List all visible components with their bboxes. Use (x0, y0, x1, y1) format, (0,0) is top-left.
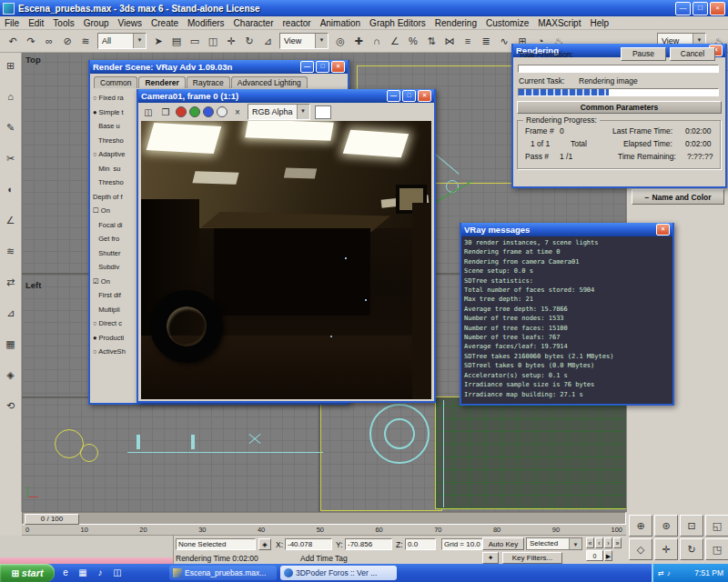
go-to-start-button[interactable]: « (586, 537, 594, 548)
left-tool-icon-1[interactable]: ⊞ (2, 56, 20, 75)
save-bitmap-icon[interactable]: ◫ (141, 105, 156, 119)
quicklaunch-ie-icon[interactable]: e (58, 566, 73, 580)
selection-filter-dropdown[interactable]: All ▼ (97, 33, 147, 49)
zoom-icon[interactable]: ⊕ (629, 515, 652, 537)
name-and-color-rollout[interactable]: − Name and Color (632, 189, 724, 205)
menu-item[interactable]: Animation (316, 18, 365, 28)
settings-tab[interactable]: Raytrace (187, 76, 230, 88)
rectangular-selection-region-icon[interactable]: ▭ (186, 32, 204, 50)
use-pivot-center-icon[interactable]: ◎ (331, 32, 349, 50)
app-titlebar[interactable]: Escena_pruebas.max - 3ds max 6 - Stand-a… (0, 0, 728, 16)
key-filters-button[interactable]: Key Filters... (502, 552, 562, 564)
menu-item[interactable]: Edit (24, 18, 48, 28)
render-window-titlebar[interactable]: Camera01, frame 0 (1:1) — □ × (138, 89, 434, 103)
align-icon[interactable]: ≡ (459, 32, 477, 50)
menu-item[interactable]: Group (79, 18, 114, 28)
select-and-scale-icon[interactable]: ⊿ (258, 32, 277, 50)
snap-toggle-icon[interactable]: ∩ (368, 32, 386, 50)
menu-item[interactable]: Rendering (430, 18, 481, 28)
tray-network-icon[interactable]: ⇄ (658, 569, 664, 577)
mirror-icon[interactable]: ⋈ (440, 32, 459, 50)
quicklaunch-show-desktop-icon[interactable]: ▦ (76, 566, 90, 580)
menu-item[interactable]: MAXScript (533, 18, 585, 28)
time-slider-handle[interactable]: 0 / 100 (25, 514, 79, 525)
current-frame-field[interactable]: 0 (586, 550, 603, 561)
red-channel-icon[interactable] (176, 106, 187, 117)
setting-item[interactable]: Get fro (93, 232, 140, 246)
select-and-link-icon[interactable]: ∞ (40, 32, 58, 50)
cancel-button[interactable]: Cancel (670, 47, 715, 61)
maximize-button[interactable]: □ (316, 61, 329, 73)
min-max-toggle-icon[interactable]: ◳ (705, 538, 728, 560)
reference-coordinate-dropdown[interactable]: View ▼ (279, 33, 329, 49)
left-tool-icon-3[interactable]: ✎ (2, 118, 20, 136)
setting-item[interactable]: Thresho (93, 176, 140, 190)
undo-icon[interactable]: ↶ (4, 32, 22, 50)
window-crossing-icon[interactable]: ◫ (204, 32, 222, 50)
chevron-down-icon[interactable]: ▼ (133, 34, 146, 48)
settings-tab[interactable]: Advanced Lighting (231, 76, 308, 88)
chevron-down-icon[interactable]: ▼ (569, 538, 581, 549)
maxscript-mini-listener[interactable] (0, 536, 174, 564)
start-button[interactable]: ⊞ start (0, 564, 55, 582)
auto-key-button[interactable]: Auto Key (482, 537, 524, 550)
track-bar[interactable]: 0102030405060708090100 (22, 525, 626, 536)
menu-item[interactable]: Character (229, 18, 278, 28)
unlink-selection-icon[interactable]: ⊘ (58, 32, 76, 50)
menu-item[interactable]: Modifiers (183, 18, 229, 28)
channel-display-dropdown[interactable]: RGB Alpha ▼ (248, 104, 310, 120)
select-and-manipulate-icon[interactable]: ✚ (349, 32, 368, 50)
zoom-extents-icon[interactable]: ⊡ (680, 515, 703, 537)
spinner-snap-icon[interactable]: ⇅ (422, 32, 440, 50)
select-and-move-icon[interactable]: ✛ (222, 32, 240, 50)
setting-item[interactable]: ☑ On (93, 275, 140, 289)
key-selection-dropdown[interactable]: Selected ▼ (526, 537, 582, 550)
z-coordinate-field[interactable]: 0.0 (405, 538, 436, 550)
menu-item[interactable]: File (0, 18, 24, 28)
blue-channel-icon[interactable] (203, 106, 214, 117)
minimize-button[interactable]: — (387, 90, 400, 102)
menu-item[interactable]: Customize (481, 18, 533, 28)
selection-lock-toggle[interactable]: ◈ (258, 538, 271, 550)
menu-item[interactable]: Create (147, 18, 183, 28)
left-tool-icon-5[interactable]: ◐ (2, 180, 20, 198)
pan-icon[interactable]: ✛ (654, 538, 678, 560)
left-tool-icon-4[interactable]: ✂ (2, 149, 20, 167)
left-tool-icon-11[interactable]: ◈ (2, 366, 20, 384)
setting-item[interactable]: Shutter (93, 246, 140, 261)
bind-to-spacewarp-icon[interactable]: ≋ (76, 32, 95, 50)
quicklaunch-media-icon[interactable]: ♪ (93, 566, 107, 580)
zoom-all-icon[interactable]: ⊛ (654, 515, 678, 537)
left-tool-icon-2[interactable]: ⌂ (2, 87, 20, 105)
layer-manager-icon[interactable]: ≣ (477, 32, 495, 50)
setting-item[interactable]: Depth of f (93, 190, 140, 205)
taskbar-item-max[interactable]: Escena_pruebas.max... (169, 566, 277, 580)
zoom-extents-all-icon[interactable]: ◱ (705, 515, 728, 537)
set-key-button[interactable]: ✦ (482, 552, 499, 564)
pause-button[interactable]: Pause (621, 47, 666, 61)
menu-item[interactable]: Views (114, 18, 147, 28)
y-coordinate-field[interactable]: -70.856 (345, 538, 392, 550)
add-time-tag[interactable]: Add Time Tag (300, 554, 348, 563)
close-button[interactable]: × (656, 224, 670, 236)
setting-item[interactable]: Min su (93, 162, 140, 176)
tray-volume-icon[interactable]: ♪ (667, 569, 671, 577)
menu-item[interactable]: Graph Editors (365, 18, 430, 28)
close-button[interactable]: × (710, 2, 725, 15)
setting-item[interactable]: ○ ActiveSh (93, 345, 140, 359)
setting-item[interactable]: First dif (93, 288, 140, 303)
clone-window-icon[interactable]: ❐ (158, 105, 173, 119)
go-to-end-button[interactable]: » (613, 537, 622, 548)
settings-tab[interactable]: Renderer (138, 76, 185, 88)
redo-icon[interactable]: ↷ (22, 32, 40, 50)
setting-item[interactable]: ○ Adaptive (93, 147, 140, 162)
curve-editor-icon[interactable]: ∿ (495, 32, 513, 50)
minimize-button[interactable]: — (675, 2, 691, 15)
render-scene-titlebar[interactable]: Render Scene: VRay Adv 1.09.03n — □ × (90, 60, 348, 74)
x-coordinate-field[interactable]: -40.078 (285, 538, 332, 550)
common-parameters-header[interactable]: Common Parameters (517, 101, 722, 114)
left-tool-icon-6[interactable]: ∠ (2, 211, 20, 229)
menu-item[interactable]: Help (585, 18, 613, 28)
left-tool-icon-12[interactable]: ⟲ (2, 396, 20, 415)
setting-item[interactable]: ● Producti (93, 331, 140, 346)
